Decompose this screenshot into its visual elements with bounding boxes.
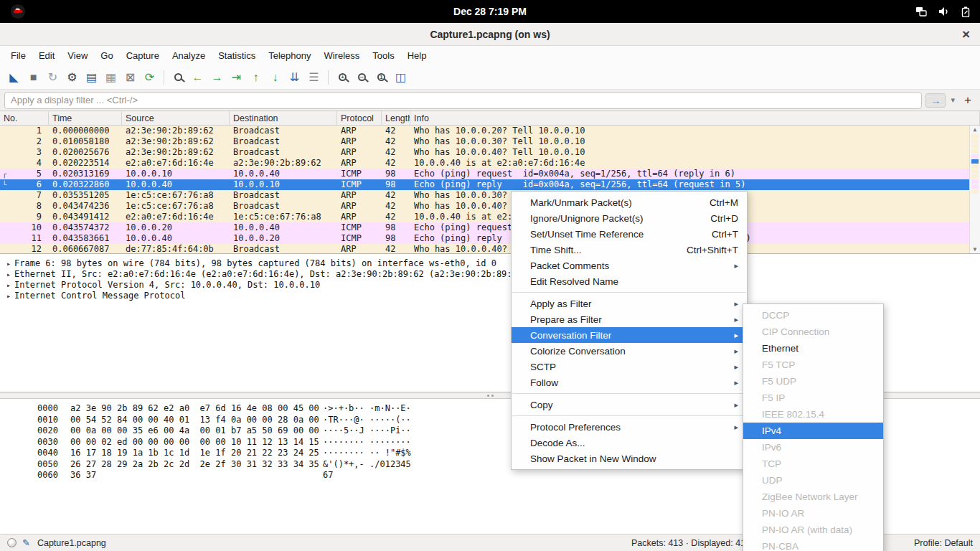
first-packet-icon[interactable]: ↑ bbox=[246, 68, 265, 87]
packet-row[interactable]: 90.043491412e2:a0:e7:6d:16:4e1e:c5:ce:67… bbox=[0, 212, 969, 222]
detail-line[interactable]: ▸Internet Protocol Version 4, Src: 10.0.… bbox=[3, 280, 977, 291]
menu-tools[interactable]: Tools bbox=[366, 47, 400, 64]
menu-capture[interactable]: Capture bbox=[120, 47, 166, 64]
submenu-item-ipv4[interactable]: IPv4 bbox=[743, 423, 883, 439]
context-item-time-shift[interactable]: Time Shift...Ctrl+Shift+T bbox=[512, 242, 747, 258]
menu-statistics[interactable]: Statistics bbox=[212, 47, 262, 64]
status-profile[interactable]: Profile: Default bbox=[914, 538, 973, 548]
column-header-time[interactable]: Time bbox=[49, 111, 122, 125]
last-packet-icon[interactable]: ↓ bbox=[265, 68, 285, 87]
system-tray[interactable] bbox=[915, 6, 970, 17]
scroll-up-icon[interactable]: ▲ bbox=[970, 126, 980, 133]
detail-line[interactable]: ▸Ethernet II, Src: e2:a0:e7:6d:16:4e (e2… bbox=[3, 269, 977, 280]
context-item-set-unset-time-reference[interactable]: Set/Unset Time ReferenceCtrl+T bbox=[512, 226, 747, 242]
packet-row[interactable]: 6└0.02032286010.0.0.4010.0.0.10ICMP98Ech… bbox=[0, 179, 969, 190]
packet-list-pane: No.TimeSourceDestinationProtocolLengthIn… bbox=[0, 111, 980, 254]
add-filter-button[interactable]: + bbox=[960, 93, 976, 108]
context-item-edit-resolved-name[interactable]: Edit Resolved Name bbox=[512, 273, 747, 289]
packet-row[interactable]: 30.020025676a2:3e:90:2b:89:62BroadcastAR… bbox=[0, 147, 969, 158]
restart-capture-icon[interactable]: ↻ bbox=[43, 68, 62, 87]
submenu-arrow-icon: ▸ bbox=[734, 315, 738, 324]
menu-edit[interactable]: Edit bbox=[32, 47, 61, 64]
window-titlebar[interactable]: Capture1.pcapng (on ws) × bbox=[0, 23, 980, 46]
packet-row[interactable]: 10.000000000a2:3e:90:2b:89:62BroadcastAR… bbox=[0, 126, 969, 136]
packet-row[interactable]: 5┌0.02031316910.0.0.1010.0.0.40ICMP98Ech… bbox=[0, 169, 969, 179]
expand-arrow-icon[interactable]: ▸ bbox=[3, 269, 14, 280]
context-item-decode-as[interactable]: Decode As... bbox=[512, 435, 747, 451]
context-item-sctp[interactable]: SCTP▸ bbox=[512, 359, 747, 375]
detail-line[interactable]: ▸Frame 6: 98 bytes on wire (784 bits), 9… bbox=[3, 258, 977, 269]
detail-line[interactable]: ▸Internet Control Message Protocol bbox=[3, 291, 977, 301]
reload-file-icon[interactable]: ⟳ bbox=[140, 68, 159, 87]
context-item-follow[interactable]: Follow▸ bbox=[512, 375, 747, 390]
previous-packet-icon[interactable]: ← bbox=[188, 68, 207, 87]
packet-row[interactable]: 100.04357437210.0.0.2010.0.0.40ICMP98Ech… bbox=[0, 222, 969, 233]
context-item-mark-unmark-packet-s[interactable]: Mark/Unmark Packet(s)Ctrl+M bbox=[512, 194, 747, 210]
colorize-packets-icon[interactable]: ☰ bbox=[304, 68, 324, 87]
capture-comment-pencil-icon[interactable]: ✎ bbox=[22, 537, 30, 548]
next-packet-icon[interactable]: → bbox=[207, 68, 227, 87]
column-header-protocol[interactable]: Protocol bbox=[337, 111, 382, 125]
close-window-button[interactable]: × bbox=[962, 23, 970, 45]
expert-info-icon[interactable] bbox=[7, 538, 17, 547]
close-file-icon[interactable]: ⊠ bbox=[121, 68, 140, 87]
start-capture-icon[interactable]: ◣ bbox=[4, 68, 24, 87]
auto-scroll-icon[interactable]: ⇊ bbox=[285, 68, 304, 87]
zoom-in-icon[interactable]: + bbox=[333, 68, 352, 87]
capture-options-icon[interactable]: ⚙ bbox=[62, 68, 82, 87]
zoom-out-icon[interactable]: − bbox=[352, 68, 372, 87]
filter-history-chevron-icon[interactable]: ▾ bbox=[949, 95, 956, 105]
column-header-length[interactable]: Length bbox=[382, 111, 410, 125]
packet-row[interactable]: 40.020223514e2:a0:e7:6d:16:4ea2:3e:90:2b… bbox=[0, 158, 969, 169]
menu-file[interactable]: File bbox=[4, 47, 32, 64]
packet-row[interactable]: 80.0434742361e:c5:ce:67:76:a8BroadcastAR… bbox=[0, 201, 969, 212]
go-to-packet-icon[interactable]: ⇥ bbox=[227, 68, 246, 87]
system-clock[interactable]: Dec 28 7:19 PM bbox=[0, 6, 980, 17]
submenu-item-f5-ip: F5 IP bbox=[743, 390, 883, 406]
stop-capture-icon[interactable]: ■ bbox=[24, 68, 43, 87]
context-item-prepare-as-filter[interactable]: Prepare as Filter▸ bbox=[512, 311, 747, 327]
zoom-reset-icon[interactable]: 1 bbox=[372, 68, 391, 87]
scroll-down-icon[interactable]: ▼ bbox=[970, 246, 980, 253]
column-header-info[interactable]: Info bbox=[410, 111, 980, 125]
submenu-item-pn-io-ar: PN-IO AR bbox=[743, 505, 883, 522]
expand-arrow-icon[interactable]: ▸ bbox=[3, 280, 14, 291]
menu-telephony[interactable]: Telephony bbox=[262, 47, 317, 64]
apply-filter-button[interactable]: → bbox=[925, 93, 946, 108]
display-filter-input[interactable]: Apply a display filter ... <Ctrl-/> bbox=[4, 92, 922, 109]
context-item-copy[interactable]: Copy▸ bbox=[512, 397, 747, 413]
packet-row[interactable]: 110.04358366110.0.0.4010.0.0.20ICMP98Ech… bbox=[0, 233, 969, 244]
packet-row[interactable]: 20.010058180a2:3e:90:2b:89:62BroadcastAR… bbox=[0, 136, 969, 147]
context-item-show-packet-in-new-window[interactable]: Show Packet in New Window bbox=[512, 451, 747, 466]
menu-separator bbox=[512, 393, 746, 394]
menu-go[interactable]: Go bbox=[94, 47, 119, 64]
save-file-icon[interactable]: ▦ bbox=[101, 68, 121, 87]
packet-row[interactable]: 120.060667087de:77:85:4f:64:0bBroadcastA… bbox=[0, 244, 969, 253]
open-file-icon[interactable]: ▤ bbox=[82, 68, 101, 87]
expand-arrow-icon[interactable]: ▸ bbox=[3, 291, 14, 301]
context-item-conversation-filter[interactable]: Conversation Filter▸ bbox=[512, 327, 747, 343]
apply-filter-arrow-icon: → bbox=[930, 95, 941, 106]
packet-row[interactable]: 70.0353512051e:c5:ce:67:76:a8BroadcastAR… bbox=[0, 190, 969, 201]
submenu-arrow-icon: ▸ bbox=[734, 423, 738, 432]
expand-arrow-icon[interactable]: ▸ bbox=[3, 258, 14, 269]
menu-view[interactable]: View bbox=[61, 47, 94, 64]
display-filter-placeholder: Apply a display filter ... <Ctrl-/> bbox=[11, 95, 138, 105]
redhat-activities-icon[interactable] bbox=[10, 4, 26, 19]
context-item-ignore-unignore-packet-s[interactable]: Ignore/Unignore Packet(s)Ctrl+D bbox=[512, 210, 747, 226]
find-packet-icon[interactable] bbox=[169, 68, 188, 87]
resize-columns-icon[interactable]: ◫ bbox=[391, 68, 410, 87]
context-item-protocol-preferences[interactable]: Protocol Preferences▸ bbox=[512, 419, 747, 435]
menu-help[interactable]: Help bbox=[401, 47, 433, 64]
menu-separator bbox=[512, 292, 746, 293]
context-item-packet-comments[interactable]: Packet Comments▸ bbox=[512, 258, 747, 273]
context-item-colorize-conversation[interactable]: Colorize Conversation▸ bbox=[512, 343, 747, 359]
submenu-item-ethernet[interactable]: Ethernet bbox=[743, 340, 883, 357]
menu-wireless[interactable]: Wireless bbox=[317, 47, 366, 64]
column-header-source[interactable]: Source bbox=[122, 111, 230, 125]
column-header-no[interactable]: No. bbox=[0, 111, 49, 125]
column-header-destination[interactable]: Destination bbox=[230, 111, 337, 125]
context-item-apply-as-filter[interactable]: Apply as Filter▸ bbox=[512, 296, 747, 311]
packet-list-scrollbar[interactable]: ▲▼ bbox=[969, 126, 980, 253]
menu-analyze[interactable]: Analyze bbox=[166, 47, 212, 64]
